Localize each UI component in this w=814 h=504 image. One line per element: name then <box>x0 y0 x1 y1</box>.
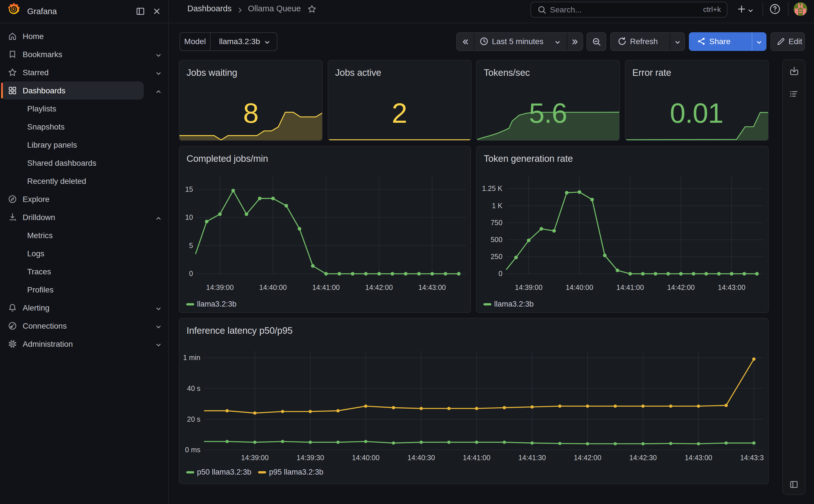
svg-text:14:43:00: 14:43:00 <box>418 283 446 291</box>
svg-text:1 K: 1 K <box>492 201 503 209</box>
svg-text:750: 750 <box>491 218 503 226</box>
svg-text:14:41:00: 14:41:00 <box>312 283 339 291</box>
svg-text:14:41:00: 14:41:00 <box>617 283 644 291</box>
svg-text:14:42:30: 14:42:30 <box>629 454 657 462</box>
svg-text:14:40:00: 14:40:00 <box>566 283 593 291</box>
svg-text:14:40:00: 14:40:00 <box>259 283 287 291</box>
svg-text:14:39:30: 14:39:30 <box>296 454 324 462</box>
svg-text:0: 0 <box>189 269 193 277</box>
svg-text:14:40:30: 14:40:30 <box>408 454 435 462</box>
svg-text:14:43:30: 14:43:30 <box>740 454 764 462</box>
svg-text:14:41:30: 14:41:30 <box>518 454 546 462</box>
svg-text:14:40:00: 14:40:00 <box>352 454 379 462</box>
svg-text:15: 15 <box>185 185 193 193</box>
svg-text:14:42:00: 14:42:00 <box>574 454 601 462</box>
svg-text:0 ms: 0 ms <box>185 446 200 454</box>
svg-text:20 s: 20 s <box>187 415 200 423</box>
svg-text:5: 5 <box>189 241 193 249</box>
svg-text:14:42:00: 14:42:00 <box>667 283 695 291</box>
svg-text:14:43:00: 14:43:00 <box>718 283 745 291</box>
svg-text:14:42:00: 14:42:00 <box>365 283 393 291</box>
svg-text:40 s: 40 s <box>187 384 200 392</box>
svg-text:14:39:00: 14:39:00 <box>515 283 542 291</box>
svg-text:14:39:00: 14:39:00 <box>241 454 268 462</box>
svg-text:250: 250 <box>491 252 503 260</box>
svg-text:14:43:00: 14:43:00 <box>685 454 712 462</box>
svg-text:14:39:00: 14:39:00 <box>206 283 233 291</box>
svg-text:10: 10 <box>185 213 193 221</box>
svg-text:14:41:00: 14:41:00 <box>463 454 490 462</box>
svg-text:1.25 K: 1.25 K <box>482 184 503 192</box>
svg-text:500: 500 <box>491 235 503 243</box>
svg-text:0: 0 <box>499 269 503 277</box>
svg-text:1 min: 1 min <box>183 354 200 361</box>
